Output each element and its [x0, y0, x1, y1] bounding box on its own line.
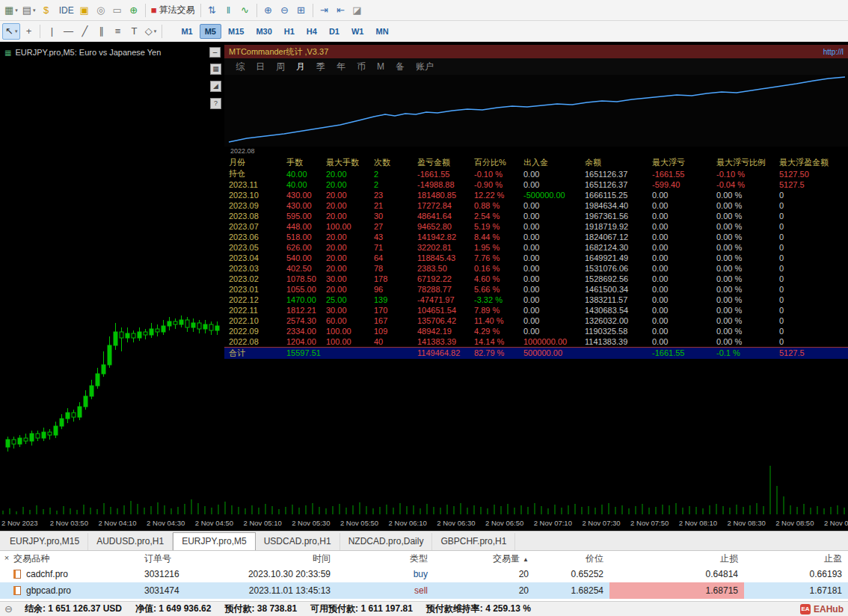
tile-windows-button[interactable]: ⊞	[293, 2, 310, 19]
trendline-button[interactable]: ╱	[76, 23, 93, 40]
panel-link[interactable]: http://l	[823, 48, 844, 56]
stats-cell: 0.00	[519, 232, 580, 242]
timeframe-m1[interactable]: M1	[176, 24, 197, 39]
timeframe-d1[interactable]: D1	[324, 24, 345, 39]
panel-help-button[interactable]: ?	[210, 98, 221, 109]
panel-menu-item[interactable]: 综	[236, 61, 245, 73]
stats-row: 2023.021078.5030.0017867192.224.60 %0.00…	[224, 274, 848, 284]
chart-tab[interactable]: EURJPY.pro,M15	[1, 533, 88, 550]
chart-tab[interactable]: USDCAD.pro,H1	[256, 533, 340, 550]
application-window: ▦▾▤▾$IDE▣◎▭⊕■算法交易⇅‖∿⊕⊖⊞⇥⇤◪ ↖▾+|—╱∥≡T◇▾ M…	[0, 0, 848, 616]
trade-row[interactable]: cadchf.pro30312162023.10.30 20:33:59buy2…	[0, 566, 848, 582]
stats-cell: 0.00	[648, 263, 712, 274]
web-button[interactable]: ⊕	[126, 2, 142, 19]
optimize-button[interactable]: ∿	[237, 2, 254, 19]
chart-window[interactable]: ▦ EURJPY.pro,M5: Euro vs Japanese Yen – …	[0, 42, 848, 531]
print-button[interactable]: ▭	[109, 2, 126, 19]
new-chart-button[interactable]: ▦▾	[2, 2, 20, 19]
timeframe-m15[interactable]: M15	[223, 24, 249, 39]
trade-col-time[interactable]: 时间	[236, 551, 337, 566]
step-run-button[interactable]: ⇅	[204, 2, 221, 19]
cursor-button[interactable]: ↖▾	[2, 23, 20, 40]
ide-button[interactable]: IDE	[55, 2, 76, 19]
timeframe-mn[interactable]: MN	[370, 24, 393, 39]
stats-cell: -47471.97	[413, 295, 470, 305]
zoom-out-icon: ⊖	[280, 5, 289, 15]
timeframe-m5[interactable]: M5	[200, 24, 221, 39]
panel-menu-item[interactable]: M	[377, 61, 384, 72]
chart-tab[interactable]: EURJPY.pro,M5	[173, 532, 255, 550]
signal-button[interactable]: ◎	[93, 2, 109, 19]
panel-menu-item[interactable]: 年	[337, 61, 345, 73]
trade-col-label: 时间	[313, 553, 331, 564]
pause-button[interactable]: ‖	[221, 2, 237, 19]
panel-menu-item[interactable]: 账户	[416, 61, 434, 73]
zoom-out-button[interactable]: ⊖	[277, 2, 293, 19]
optimize-icon: ∿	[241, 5, 249, 15]
panel-menu-item[interactable]: 月	[296, 61, 305, 73]
panel-menu-item[interactable]: 周	[276, 61, 285, 73]
timeframe-h1[interactable]: H1	[279, 24, 300, 39]
panel-collapse-button[interactable]: ◢	[210, 81, 221, 92]
trade-sl: 1.68715	[609, 582, 744, 599]
time-label: 2 Nov 09:1	[824, 519, 848, 527]
crosshair-button[interactable]: +	[20, 23, 37, 40]
status-bar: ⊖ 结余: 1 651 126.37 USD净值: 1 649 936.62预付…	[0, 601, 848, 616]
trade-col-price[interactable]: 价位	[535, 551, 609, 566]
timeframe-w1[interactable]: W1	[346, 24, 369, 39]
trade-col-order[interactable]: 订单号	[138, 551, 236, 566]
text-button[interactable]: T	[126, 23, 142, 40]
profiles-button[interactable]: ▤▾	[20, 2, 38, 19]
chart-tab[interactable]: AUDUSD.pro,H1	[88, 533, 173, 550]
stats-cell: 0	[775, 336, 848, 347]
panel-menu-item[interactable]: 币	[357, 61, 366, 73]
algo-trading-button[interactable]: ■算法交易	[149, 2, 197, 19]
trade-row[interactable]: gbpcad.pro30314742023.11.01 13:45:13sell…	[0, 582, 848, 599]
stats-cell: 1055.00	[282, 284, 322, 295]
docs-button[interactable]: ◪	[349, 2, 366, 19]
fibonacci-button[interactable]: ≡	[109, 23, 126, 40]
stats-table: 月份手数最大手数次数盈亏金额百分比%出入金余额最大浮亏最大浮亏比例最大浮盈金额 …	[224, 157, 848, 359]
trade-col-symbol[interactable]: 交易品种	[0, 551, 138, 566]
stats-header: 最大手数	[322, 157, 369, 168]
channel-button[interactable]: ∥	[93, 23, 109, 40]
stats-cell: 1461500.34	[580, 284, 648, 295]
vertical-line-button[interactable]: |	[43, 23, 60, 40]
step-into-button[interactable]: ⇥	[316, 2, 333, 19]
trade-col-volume[interactable]: 交易量▲	[434, 551, 535, 566]
time-label: 2 Nov 03:50	[50, 519, 88, 527]
panel-grid-button[interactable]: ▦	[210, 64, 221, 75]
stats-cell: -1661.55	[648, 347, 712, 359]
panel-title-bar[interactable]: MTCommander统计 ,V3.37 http://l	[224, 45, 848, 58]
horizontal-line-button[interactable]: —	[60, 23, 76, 40]
market-watch-button[interactable]: $	[38, 2, 55, 19]
trade-col-label: 价位	[586, 553, 603, 564]
trade-col-type[interactable]: 类型	[337, 551, 434, 566]
chart-tab[interactable]: GBPCHF.pro,H1	[432, 533, 515, 550]
stats-row: 2023.09430.0020.002117272.840.88 %0.0019…	[224, 200, 848, 211]
equity-axis-label: 2022.08	[224, 147, 848, 157]
chart-tab[interactable]: NZDCAD.pro,Daily	[340, 533, 433, 550]
panel-menu-item[interactable]: 日	[256, 61, 265, 73]
step-out-button[interactable]: ⇤	[333, 2, 349, 19]
stats-row: 2023.03402.5020.00782383.500.16 %0.00153…	[224, 263, 848, 274]
timeframe-m30[interactable]: M30	[251, 24, 277, 39]
sort-asc-icon: ▲	[523, 556, 529, 563]
trade-col-label: 交易品种	[13, 553, 49, 564]
lock-button[interactable]: ▣	[76, 2, 93, 19]
stats-cell: 0	[775, 200, 848, 211]
trade-col-sl[interactable]: 止损	[609, 551, 744, 566]
timeframe-h4[interactable]: H4	[301, 24, 322, 39]
trade-tp: 0.66193	[744, 566, 848, 582]
panel-menu-item[interactable]: 季	[316, 61, 325, 73]
panel-menu-item[interactable]: 备	[396, 61, 405, 73]
trade-col-tp[interactable]: 止盈	[744, 551, 848, 566]
stats-month: 2023.03	[224, 263, 282, 274]
zoom-in-button[interactable]: ⊕	[260, 2, 277, 19]
stats-cell: 4.60 %	[470, 274, 519, 284]
chart-minimize-button[interactable]: –	[209, 47, 221, 58]
close-panel-button[interactable]: ×	[2, 552, 11, 563]
chart-icon: ▦	[4, 49, 11, 57]
trade-type: sell	[337, 582, 434, 599]
shapes-button[interactable]: ◇▾	[142, 23, 159, 40]
